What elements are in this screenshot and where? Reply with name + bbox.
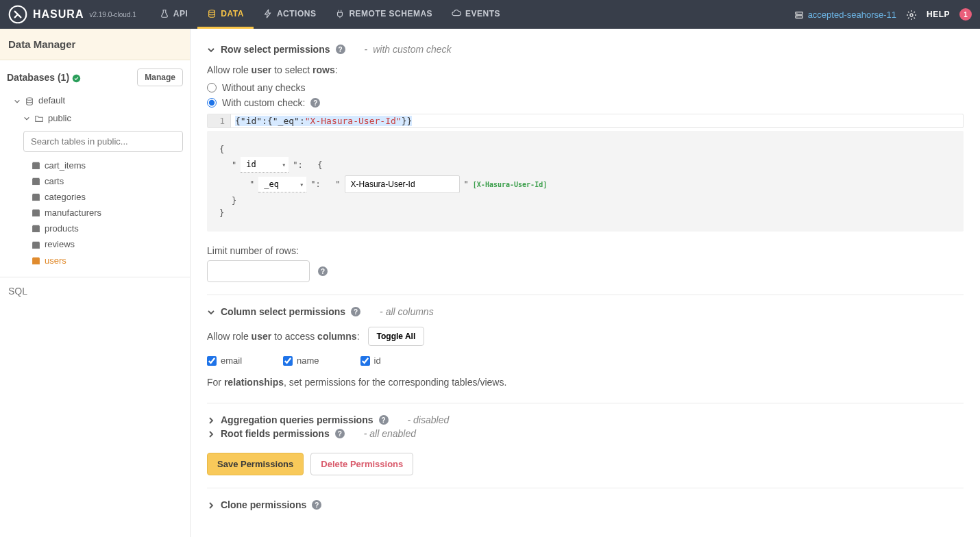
help-icon[interactable]: ?: [335, 429, 345, 438]
table-icon: [32, 192, 40, 202]
radio-without[interactable]: [207, 83, 217, 92]
top-navbar: HASURA v2.19.0-cloud.1 API DATA ACTIONS …: [0, 0, 980, 29]
svg-rect-2: [795, 12, 803, 14]
help-link[interactable]: HELP: [927, 10, 950, 19]
section-title: Row select permissions: [221, 44, 330, 55]
code-content: {"id":{"_eq":"X-Hasura-User-Id"}}: [231, 114, 963, 127]
sidebar-title: Data Manager: [0, 29, 190, 60]
builder-field-row: " id ▾ ": {: [219, 157, 951, 173]
svg-point-1: [209, 10, 215, 13]
delete-permissions-button[interactable]: Delete Permissions: [310, 453, 413, 475]
tab-remote-schemas[interactable]: REMOTE SCHEMAS: [326, 0, 442, 29]
column-label: id: [374, 355, 381, 366]
svg-point-8: [27, 97, 33, 100]
help-icon[interactable]: ?: [310, 98, 320, 108]
gear-icon[interactable]: [906, 8, 917, 20]
aggregation-permissions-header[interactable]: Aggregation queries permissions ? - disa…: [207, 414, 964, 425]
table-name: reviews: [45, 239, 75, 249]
section-header[interactable]: Clone permissions ?: [207, 499, 964, 510]
table-item-cart_items[interactable]: cart_items: [32, 158, 183, 173]
table-name: categories: [45, 192, 86, 202]
op-select[interactable]: _eq: [258, 177, 306, 192]
databases-header: Databases (1) Manage: [0, 60, 190, 92]
chevron-right-icon: [207, 428, 215, 439]
help-icon[interactable]: ?: [318, 266, 328, 276]
help-icon[interactable]: ?: [379, 415, 389, 425]
value-input[interactable]: [345, 175, 460, 193]
field-select-wrap[interactable]: id ▾: [241, 157, 289, 173]
tab-label: DATA: [221, 9, 244, 18]
svg-rect-3: [795, 16, 803, 18]
tab-label: API: [173, 9, 188, 18]
table-icon: [32, 208, 40, 218]
schema-node[interactable]: public: [7, 110, 183, 127]
checkbox[interactable]: [360, 356, 370, 366]
toggle-all-button[interactable]: Toggle All: [368, 327, 425, 346]
value-hint: [X-Hasura-User-Id]: [473, 181, 547, 188]
svg-point-5: [796, 16, 797, 17]
limit-rows-input[interactable]: [207, 260, 310, 282]
section-meta: - all enabled: [364, 428, 416, 439]
hasura-logo-icon: [8, 5, 27, 24]
root-fields-permissions-header[interactable]: Root fields permissions ? - all enabled: [207, 428, 964, 439]
table-icon: [32, 223, 40, 234]
project-link[interactable]: accepted-seahorse-11: [794, 9, 896, 20]
table-name: manufacturers: [45, 208, 101, 218]
tab-label: REMOTE SCHEMAS: [349, 9, 432, 18]
field-select[interactable]: id: [241, 157, 289, 173]
check-builder: { " id ▾ ": { " _eq ▾ ": ": [207, 131, 964, 232]
column-check-id[interactable]: id: [360, 355, 381, 366]
column-check-email[interactable]: email: [207, 355, 242, 366]
table-item-manufacturers[interactable]: manufacturers: [32, 205, 183, 221]
table-item-carts[interactable]: carts: [32, 173, 183, 189]
tab-data[interactable]: DATA: [197, 0, 254, 29]
section-header[interactable]: Row select permissions ? - with custom c…: [207, 44, 964, 55]
radio-custom[interactable]: [207, 98, 217, 108]
section-header[interactable]: Column select permissions ? - all column…: [207, 306, 964, 317]
cloud-icon: [452, 8, 461, 18]
search-tables-input[interactable]: [23, 131, 183, 152]
table-item-reviews[interactable]: reviews: [32, 236, 183, 252]
tab-events[interactable]: EVENTS: [442, 0, 510, 29]
limit-label: Limit number of rows:: [207, 245, 964, 256]
chevron-right-icon: [207, 499, 215, 510]
with-custom-check-radio[interactable]: With custom check: ?: [207, 97, 964, 108]
section-title: Clone permissions: [221, 499, 306, 510]
table-item-users[interactable]: users: [32, 253, 183, 268]
help-icon[interactable]: ?: [336, 45, 345, 54]
without-checks-radio[interactable]: Without any checks: [207, 82, 964, 93]
table-icon: [32, 176, 40, 186]
checkbox[interactable]: [207, 356, 217, 366]
section-title: Column select permissions: [221, 306, 345, 317]
code-editor[interactable]: 1 {"id":{"_eq":"X-Hasura-User-Id"}}: [207, 114, 964, 128]
table-item-categories[interactable]: categories: [32, 189, 183, 205]
op-select-wrap[interactable]: _eq ▾: [258, 177, 306, 192]
manage-button[interactable]: Manage: [137, 68, 183, 86]
sidebar: Data Manager Databases (1) Manage defaul…: [0, 29, 191, 537]
table-icon: [32, 255, 40, 266]
section-meta-prefix: -: [365, 44, 368, 55]
section-title: Root fields permissions: [221, 428, 330, 439]
save-permissions-button[interactable]: Save Permissions: [207, 453, 304, 475]
tab-actions[interactable]: ACTIONS: [254, 0, 326, 29]
row-select-permissions-section: Row select permissions ? - with custom c…: [207, 37, 964, 295]
notification-bell[interactable]: 1: [959, 8, 972, 21]
folder-icon: [34, 113, 44, 124]
help-icon[interactable]: ?: [351, 307, 360, 316]
checkbox[interactable]: [283, 356, 293, 366]
tab-api[interactable]: API: [150, 0, 198, 29]
sql-link[interactable]: SQL: [0, 277, 190, 305]
main-content: Row select permissions ? - with custom c…: [191, 29, 980, 537]
chevron-right-icon: [207, 414, 215, 425]
column-check-name[interactable]: name: [283, 355, 319, 366]
databases-label: Databases (1): [7, 72, 69, 83]
lightning-icon: [263, 8, 273, 18]
db-node[interactable]: default: [7, 92, 183, 110]
radio-label: Without any checks: [222, 82, 305, 93]
section-meta: with custom check: [373, 44, 451, 55]
help-icon[interactable]: ?: [312, 500, 321, 510]
chevron-down-icon: [207, 306, 215, 317]
db-tree: default public cart_itemscartscategories…: [0, 92, 190, 268]
table-item-products[interactable]: products: [32, 221, 183, 236]
version-label: v2.19.0-cloud.1: [89, 11, 136, 18]
